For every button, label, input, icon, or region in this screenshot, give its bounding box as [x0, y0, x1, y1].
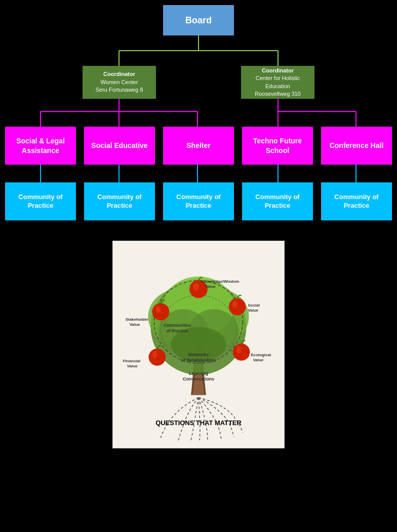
svg-text:Knowledge/Wisdom: Knowledge/Wisdom — [201, 279, 239, 284]
dept-cop-space — [0, 165, 397, 182]
org-chart-wrapper: Board Coordinator Women Center Seru Fort… — [0, 0, 397, 220]
svg-text:Financial: Financial — [123, 359, 140, 363]
board-row: Board — [0, 0, 397, 35]
dept-5-label: Conference Hall — [330, 141, 384, 150]
svg-text:Communities: Communities — [164, 323, 191, 328]
svg-text:of Relationships: of Relationships — [181, 358, 216, 363]
dept-1-label: Social & Legal Assistance — [8, 136, 73, 155]
coordinator-row: Coordinator Women Center Seru Fortunaweg… — [0, 66, 397, 99]
dept-techno-future: Techno Future School — [242, 127, 313, 165]
svg-text:Value: Value — [248, 308, 258, 313]
coord-left-line2: Women Center — [96, 79, 143, 86]
svg-point-31 — [155, 306, 161, 313]
cop-5: Community of Practice — [321, 182, 392, 220]
dept-shelter: Shelter — [163, 127, 234, 165]
cop-1-label: Community of Practice — [8, 193, 73, 210]
dept-social-educative: Social Educative — [84, 127, 155, 165]
svg-text:Learning: Learning — [189, 371, 208, 376]
cop-row: Community of Practice Community of Pract… — [0, 182, 397, 220]
cop-2: Community of Practice — [84, 182, 155, 220]
dept-3-label: Shelter — [186, 141, 210, 150]
board-connector-space — [0, 35, 397, 66]
board-box: Board — [163, 5, 234, 35]
svg-point-37 — [236, 346, 242, 353]
svg-text:Value: Value — [130, 322, 140, 327]
svg-text:Conversations: Conversations — [183, 376, 214, 382]
svg-text:Value: Value — [205, 284, 216, 289]
cop-5-label: Community of Practice — [324, 193, 389, 210]
board-label: Board — [185, 15, 212, 26]
svg-text:Value: Value — [127, 364, 138, 368]
svg-text:Networks: Networks — [188, 352, 209, 357]
cop-3-label: Community of Practice — [166, 193, 231, 210]
coord-left-line3: Seru Fortunaweg 8 — [96, 86, 143, 94]
coordinator-left: Coordinator Women Center Seru Fortunaweg… — [83, 66, 156, 99]
cop-4: Community of Practice — [242, 182, 313, 220]
svg-point-29 — [193, 283, 199, 291]
svg-point-30 — [152, 303, 169, 320]
coord-left-line1: Coordinator — [96, 70, 143, 78]
coordinator-right: Coordinator Center for Holistic Educatio… — [241, 66, 314, 99]
tree-illustration: Knowledge/Wisdom Value Stakeholder Value… — [117, 246, 280, 443]
bottom-section: Knowledge/Wisdom Value Stakeholder Value… — [0, 220, 397, 459]
svg-point-36 — [233, 344, 250, 361]
coord-right-line3: Rooseveltweg 310 — [244, 90, 312, 98]
cop-1: Community of Practice — [5, 182, 76, 220]
svg-point-35 — [152, 351, 157, 358]
coord-right-line2: Center for Holistic Education — [244, 74, 312, 90]
svg-text:QUESTIONS THAT MATTER: QUESTIONS THAT MATTER — [155, 419, 242, 427]
svg-text:of Practice: of Practice — [167, 328, 188, 333]
svg-text:Social: Social — [248, 303, 259, 308]
svg-text:Ecological: Ecological — [251, 353, 271, 357]
dept-conference-hall: Conference Hall — [321, 127, 392, 165]
cop-3: Community of Practice — [163, 182, 234, 220]
cop-2-label: Community of Practice — [87, 193, 152, 210]
dept-2-label: Social Educative — [91, 141, 147, 150]
dept-4-label: Techno Future School — [245, 136, 310, 155]
coord-dept-space — [0, 99, 397, 127]
tree-image-container: Knowledge/Wisdom Value Stakeholder Value… — [112, 241, 285, 448]
cop-4-label: Community of Practice — [245, 193, 310, 210]
departments-row: Social & Legal Assistance Social Educati… — [0, 127, 397, 165]
svg-point-34 — [149, 349, 166, 366]
svg-text:Stakeholder: Stakeholder — [126, 317, 148, 322]
svg-point-33 — [232, 300, 237, 308]
svg-text:Value: Value — [253, 358, 263, 362]
dept-social-legal: Social & Legal Assistance — [5, 127, 76, 165]
coord-right-line1: Coordinator — [244, 67, 312, 74]
svg-point-32 — [229, 298, 246, 315]
